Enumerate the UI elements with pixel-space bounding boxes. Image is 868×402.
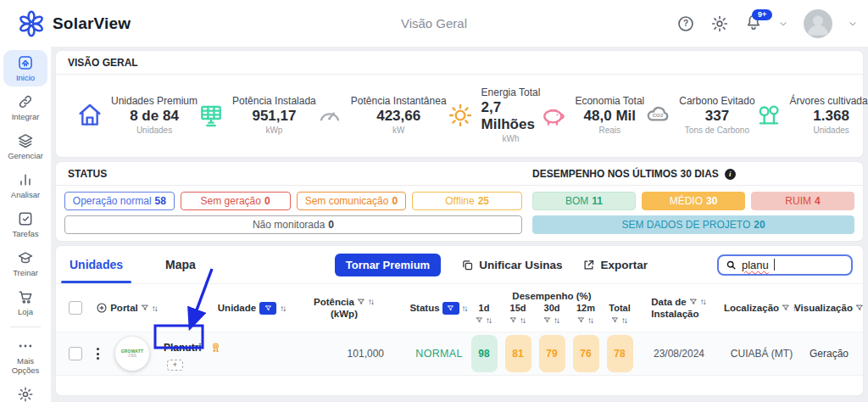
sidebar-item[interactable]: Treinar — [3, 245, 47, 282]
kebab-menu-icon[interactable] — [93, 344, 103, 363]
sidebar-divider — [10, 327, 41, 327]
performance-filter-button-sem-dados[interactable]: SEM DADOS DE PROJETO20 — [532, 215, 854, 234]
metric-label: Árvores cultivadas — [790, 95, 868, 107]
active-filter-funnel-icon[interactable] — [259, 302, 276, 315]
ellipsis-icon — [17, 338, 34, 355]
merge-copy-icon — [461, 259, 474, 271]
app-header: SolarView Visão Geral 9+ — [0, 0, 868, 47]
graduation-cap-icon — [17, 249, 34, 266]
sort-icon[interactable] — [700, 297, 707, 308]
filter-funnel-icon[interactable] — [476, 316, 483, 324]
unificar-usinas-button[interactable]: Unificar Usinas — [461, 259, 562, 271]
sidebar-item-label: Integrar — [12, 113, 40, 122]
col-group-desempenho: Desempenho (%) — [512, 291, 591, 301]
performance-pill: 81 — [505, 335, 531, 372]
filter-funnel-icon[interactable] — [141, 304, 149, 312]
search-input[interactable]: planu — [717, 254, 853, 276]
sidebar-item-label: Treinar — [13, 269, 38, 278]
filter-funnel-icon[interactable] — [357, 298, 365, 306]
metric-label: Economia Total — [575, 95, 644, 107]
sort-icon[interactable] — [520, 315, 526, 325]
table-row[interactable]: GROWATT OSS Planutri 101,000 NORMAL — [56, 332, 863, 376]
filter-funnel-icon[interactable] — [782, 304, 790, 312]
tab-unidades[interactable]: Unidades — [66, 246, 126, 283]
sort-icon[interactable] — [587, 315, 594, 325]
performance-filter-button[interactable]: MÉDIO30 — [642, 192, 745, 210]
tab-mapa[interactable]: Mapa — [162, 246, 199, 283]
overview-card-title: VISÃO GERAL — [56, 51, 863, 75]
sort-icon[interactable] — [554, 315, 560, 325]
performance-title: DESEMPENHO NOS ÚLTIMOS 30 DIAS — [532, 168, 719, 180]
filter-funnel-icon[interactable] — [509, 316, 517, 324]
sidebar-item[interactable]: Configurar — [3, 382, 47, 402]
sidebar-item-label: Inicio — [16, 74, 35, 83]
help-icon[interactable] — [676, 14, 695, 33]
filter-funnel-icon[interactable] — [611, 316, 619, 324]
perf-subcolumn: 30d — [535, 303, 569, 325]
row-checkbox[interactable] — [69, 347, 82, 360]
sidebar-item[interactable]: Integrar — [3, 89, 47, 126]
active-filter-funnel-icon[interactable] — [442, 302, 459, 315]
status-filter-button[interactable]: Sem comunicação0 — [297, 192, 407, 210]
sidebar-item[interactable]: Inicio — [3, 50, 47, 87]
trees-icon — [755, 102, 782, 129]
text-caret — [774, 259, 775, 271]
performance-filter-button[interactable]: RUIM4 — [751, 192, 854, 210]
col-localizacao: Localização — [724, 303, 779, 313]
sort-icon[interactable] — [368, 297, 375, 308]
gear-icon[interactable] — [710, 14, 729, 33]
info-icon[interactable]: i — [725, 169, 736, 180]
sort-icon[interactable] — [280, 304, 287, 313]
metric-unit: kW — [392, 126, 404, 135]
metric-card: Potência Instalada 951,17 kWp — [198, 95, 316, 135]
status-badge: NORMAL — [415, 348, 462, 360]
performance-pill: 78 — [607, 335, 633, 372]
sidebar-item[interactable]: Tarefas — [3, 206, 47, 243]
unit-name[interactable]: Planutri — [158, 338, 208, 358]
chevron-down-icon[interactable] — [848, 19, 858, 29]
metric-card: Economia Total 48,0 Mil Reais — [540, 95, 644, 135]
metric-value: 951,17 — [252, 108, 296, 125]
notifications-bell[interactable]: 9+ — [744, 13, 763, 35]
search-icon — [726, 260, 737, 271]
tornar-premium-button[interactable]: Tornar Premium — [335, 254, 441, 276]
filter-funnel-icon[interactable] — [855, 304, 864, 312]
metric-label: Carbono Evitado — [679, 95, 754, 107]
sun-icon — [447, 102, 474, 129]
status-filter-button[interactable]: Sem geração0 — [181, 192, 291, 210]
perf-subcolumn: 12m — [569, 303, 603, 325]
header-actions: 9+ — [676, 9, 858, 38]
status-filter-button[interactable]: Operação normal58 — [64, 192, 175, 210]
avatar[interactable] — [804, 9, 832, 38]
piggy-bank-icon — [540, 102, 567, 129]
cell-visualizacao: Geração — [810, 348, 849, 360]
exportar-button[interactable]: Exportar — [582, 259, 648, 271]
filter-funnel-icon[interactable] — [577, 316, 585, 324]
filter-funnel-icon[interactable] — [543, 316, 551, 324]
solarview-flower-icon — [17, 9, 46, 38]
sidebar-item[interactable]: Mais Opções — [3, 333, 47, 379]
status-filter-button[interactable]: Offline25 — [412, 192, 522, 210]
cell-potencia: 101,000 — [348, 348, 384, 360]
select-all-checkbox[interactable] — [69, 301, 82, 315]
filter-funnel-icon[interactable] — [689, 298, 698, 306]
metric-unit: Unidades — [136, 126, 172, 135]
sort-icon[interactable] — [486, 315, 492, 325]
sidebar-item[interactable]: Gerenciar — [3, 128, 47, 165]
main-content: VISÃO GERAL Unidades Premium 8 de 84 Uni… — [51, 47, 868, 402]
sidebar-item[interactable]: Analisar — [3, 167, 47, 204]
co2-cloud-icon — [644, 102, 671, 129]
sort-icon[interactable] — [621, 315, 628, 325]
status-filter-button-nao-monitorada[interactable]: Não monitorada0 — [64, 215, 522, 234]
sidebar-item[interactable]: Loja — [3, 284, 47, 321]
performance-pill: 79 — [539, 335, 565, 372]
brand-logo[interactable]: SolarView — [17, 9, 131, 38]
page-title: Visão Geral — [401, 16, 467, 31]
layers-icon — [17, 132, 34, 149]
metric-value: 2,7 Milhões — [481, 99, 541, 133]
plus-circle-icon[interactable] — [96, 302, 108, 314]
add-tag-button[interactable] — [167, 360, 183, 371]
performance-filter-button[interactable]: BOM11 — [532, 192, 636, 210]
chevron-down-icon[interactable] — [778, 19, 788, 29]
sidebar-item-label: Analisar — [11, 191, 40, 200]
